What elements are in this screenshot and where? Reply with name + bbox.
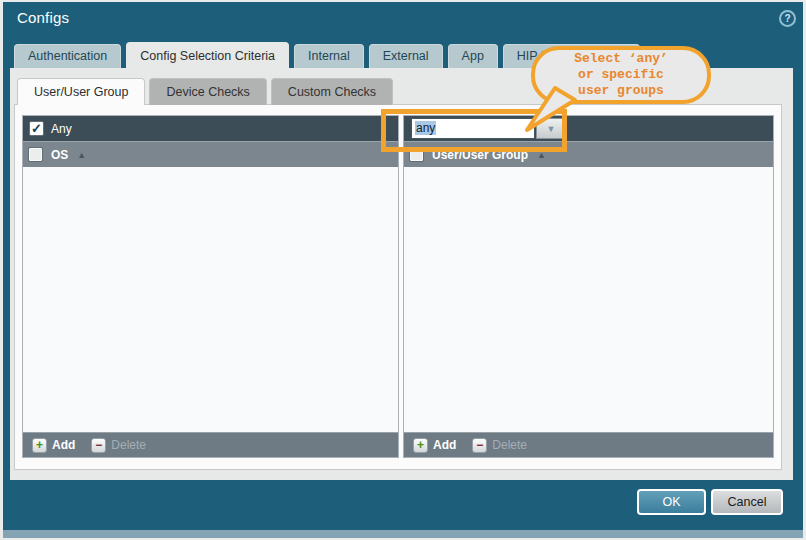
- delete-label: Delete: [492, 438, 527, 452]
- user-group-dropdown[interactable]: any ▼: [411, 118, 566, 139]
- tab-hip-data-collection[interactable]: HIP Data Collection: [503, 44, 640, 68]
- subtab-custom-checks[interactable]: Custom Checks: [271, 78, 393, 105]
- dialog-bottom-strip: [3, 530, 803, 538]
- subtab-device-checks[interactable]: Device Checks: [149, 78, 266, 105]
- os-column-header[interactable]: OS ▲: [23, 141, 398, 167]
- tab-authentication[interactable]: Authentication: [14, 44, 121, 68]
- user-group-column-label: User/User Group: [432, 148, 528, 162]
- any-checkbox[interactable]: ✓: [29, 121, 44, 136]
- user-group-select-all-checkbox[interactable]: [410, 148, 423, 161]
- user-group-delete-button[interactable]: − Delete: [472, 438, 527, 453]
- main-tab-bar: Authentication Config Selection Criteria…: [14, 42, 640, 68]
- add-label: Add: [52, 438, 75, 452]
- os-delete-button[interactable]: − Delete: [91, 438, 146, 453]
- user-group-panel-footer: + Add − Delete: [404, 432, 773, 457]
- sort-asc-icon: ▲: [537, 150, 546, 160]
- delete-icon: −: [91, 438, 106, 453]
- tab-app[interactable]: App: [448, 44, 498, 68]
- add-label: Add: [433, 438, 456, 452]
- tab-internal[interactable]: Internal: [294, 44, 364, 68]
- sort-asc-icon: ▲: [77, 150, 86, 160]
- os-panel: ✓ Any OS ▲ + Add − Delete: [22, 115, 399, 458]
- dialog-title: Configs: [17, 9, 69, 26]
- os-select-all-checkbox[interactable]: [29, 148, 42, 161]
- tab-config-selection-criteria[interactable]: Config Selection Criteria: [126, 42, 289, 68]
- any-label: Any: [51, 122, 72, 136]
- add-icon: +: [413, 438, 428, 453]
- sub-tab-bar: User/User Group Device Checks Custom Che…: [17, 78, 393, 105]
- user-group-column-header[interactable]: User/User Group ▲: [404, 141, 773, 167]
- cancel-button[interactable]: Cancel: [711, 489, 783, 515]
- os-column-label: OS: [51, 148, 68, 162]
- tab-external[interactable]: External: [369, 44, 443, 68]
- delete-label: Delete: [111, 438, 146, 452]
- dropdown-selected-value: any: [415, 121, 436, 135]
- os-panel-footer: + Add − Delete: [23, 432, 398, 457]
- dropdown-arrow-icon[interactable]: ▼: [536, 118, 566, 139]
- os-list[interactable]: [23, 167, 398, 432]
- user-group-dropdown-field[interactable]: any: [411, 118, 535, 139]
- subtab-user-user-group[interactable]: User/User Group: [17, 78, 145, 105]
- delete-icon: −: [472, 438, 487, 453]
- user-group-add-button[interactable]: + Add: [413, 438, 456, 453]
- help-icon[interactable]: ?: [779, 10, 796, 27]
- ok-button[interactable]: OK: [637, 489, 706, 515]
- any-selection-bar: ✓ Any: [23, 116, 398, 141]
- os-add-button[interactable]: + Add: [32, 438, 75, 453]
- user-group-dropdown-bar: any ▼: [404, 116, 773, 141]
- user-group-panel: any ▼ User/User Group ▲ + Add − Delete: [403, 115, 774, 458]
- user-group-list[interactable]: [404, 167, 773, 432]
- add-icon: +: [32, 438, 47, 453]
